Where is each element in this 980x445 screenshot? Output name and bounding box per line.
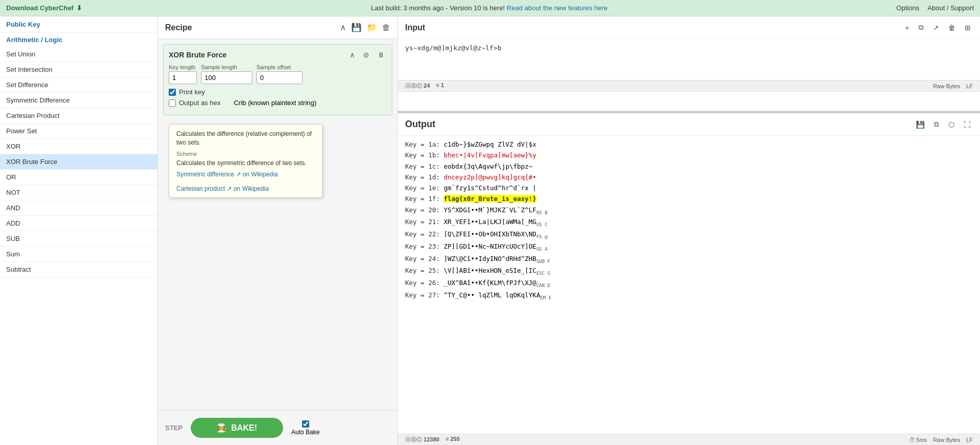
recipe-header: Recipe ∧ 💾 📁 🗑: [158, 16, 397, 39]
output-copy-btn[interactable]: ⧉: [932, 119, 941, 130]
sample-offset-label: Sample offset: [256, 64, 303, 70]
sidebar-item-set-difference[interactable]: Set Difference: [0, 77, 157, 93]
sidebar-item-symmetric-difference[interactable]: Symmetric Difference: [0, 93, 157, 108]
top-bar-left: Download CyberChef ⬇: [6, 4, 82, 12]
print-key-row: Print key: [169, 88, 387, 96]
sidebar-item-xor-brute-force[interactable]: XOR Brute Force: [0, 154, 157, 170]
recipe-collapse-btn[interactable]: ∧: [340, 23, 346, 32]
sidebar-item-not[interactable]: NOT: [0, 185, 157, 200]
sample-length-input[interactable]: [201, 71, 252, 84]
sidebar-item-power-set[interactable]: Power Set: [0, 124, 157, 139]
output-status-right: ⏱ 5ms Raw Bytes LF: [909, 437, 973, 443]
output-raw-bytes-btn[interactable]: Raw Bytes: [933, 437, 961, 443]
output-line: Key = 20: YS^XDGî••M`}MJKZ`VL`Z^LFRS B: [405, 205, 973, 217]
sidebar-item-cartesian-product[interactable]: Cartesian Product: [0, 108, 157, 124]
output-line: Key = 1a: c1db~}$wZGwpq ZlVZ dV|$x: [405, 139, 973, 150]
key-value: ^TY_C@•• lqZlML lqOKqlYKAEM E: [444, 290, 551, 302]
key-subscript: GS A: [536, 246, 548, 251]
input-title: Input: [405, 23, 425, 32]
sidebar-item-set-union[interactable]: Set Union: [0, 47, 157, 62]
output-line: Key = 24: ]WZ\@Cî••IdyINO^dRHd^ZHBSUB F: [405, 253, 973, 266]
sidebar-items: Set UnionSet IntersectionSet DifferenceS…: [0, 47, 157, 277]
input-lf-btn[interactable]: LF: [966, 83, 973, 89]
sidebar-item-sub[interactable]: SUB: [0, 231, 157, 247]
sym-diff-link[interactable]: Symmetric difference ↗ on Wikipedia: [176, 171, 315, 178]
key-label: Key = 23:: [405, 241, 444, 252]
output-hex-checkbox[interactable]: [169, 99, 176, 107]
tooltip-scheme-label: Scheme: [176, 150, 315, 158]
auto-bake-checkbox[interactable]: [302, 420, 309, 428]
sidebar-category-text: Arithmetic / Logic: [6, 36, 63, 44]
input-raw-bytes-btn[interactable]: Raw Bytes: [933, 83, 961, 89]
top-bar: Download CyberChef ⬇ Last build: 3 month…: [0, 0, 980, 16]
key-label: Key = 1b:: [405, 150, 444, 160]
download-label[interactable]: Download CyberChef: [6, 4, 73, 12]
input-content: ys~xdg/m@]mjkz@vl@z~lf>b: [398, 39, 980, 80]
key-label: Key = 26:: [405, 277, 444, 288]
key-value: ZP][GDî••Nc~NIHYcUOcY]OEGS A: [444, 241, 547, 253]
bake-button[interactable]: 🧑‍🍳 BAKE!: [191, 418, 283, 438]
recipe-delete-btn[interactable]: 🗑: [382, 23, 390, 32]
recipe-save-btn[interactable]: 💾: [351, 23, 362, 32]
key-value: _UX^BAî••Kf{KLM\fPJf\XJ@CAN D: [444, 277, 550, 290]
step-label: STEP: [165, 424, 183, 432]
bake-area: STEP 🧑‍🍳 BAKE! Auto Bake: [158, 410, 397, 445]
input-delete-btn[interactable]: 🗑: [946, 22, 957, 33]
key-subscript: CAN D: [536, 283, 550, 288]
sidebar-item-and[interactable]: AND: [0, 200, 157, 216]
key-subscript: SUB F: [536, 258, 550, 264]
output-save-btn[interactable]: 💾: [914, 119, 927, 130]
key-label: Key = 1e:: [405, 183, 444, 193]
input-grid-btn[interactable]: ⊞: [963, 22, 973, 33]
output-status-bar: ⒶⒷⒸ 12380 ≡ 255 ⏱ 5ms Raw Bytes LF: [398, 434, 980, 445]
key-label: Key = 20:: [405, 205, 444, 215]
recipe-folder-btn[interactable]: 📁: [367, 23, 377, 32]
key-value: dnceyz2p]@pwvg]kq]gcq{#•: [444, 172, 536, 183]
recipe-panel: Recipe ∧ 💾 📁 🗑 XOR Brute Force ∧ ⊘ ⏸: [158, 16, 398, 445]
sidebar-category: Arithmetic / Logic: [0, 33, 157, 47]
print-key-checkbox[interactable]: [169, 89, 176, 96]
xor-collapse-btn[interactable]: ∧: [348, 50, 357, 60]
sidebar-item-sum[interactable]: Sum: [0, 247, 157, 262]
output-window-btn[interactable]: ⬡: [946, 119, 956, 130]
output-line: Key = 21: XR_YEFî••La|LKJ[aWMa[_MGUS C: [405, 216, 973, 229]
sidebar-item-set-intersection[interactable]: Set Intersection: [0, 62, 157, 77]
sidebar: Public Key Arithmetic / Logic Set UnionS…: [0, 16, 158, 445]
cartesian-link[interactable]: Cartesian product ↗ on Wikipedia: [176, 185, 269, 192]
sample-offset-input[interactable]: [256, 71, 303, 84]
output-lf-btn[interactable]: LF: [966, 437, 973, 443]
xor-card-icons: ∧ ⊘ ⏸: [348, 50, 387, 60]
input-add-btn[interactable]: +: [903, 22, 911, 33]
input-export-btn[interactable]: ↗: [931, 22, 941, 33]
output-abc-count: ⒶⒷⒸ 12380: [405, 436, 439, 443]
output-expand-btn[interactable]: ⛶: [962, 119, 973, 130]
input-window-btn[interactable]: ⧉: [916, 22, 926, 33]
key-subscript: US C: [536, 222, 548, 227]
xor-disable-btn[interactable]: ⊘: [361, 50, 371, 60]
key-length-input[interactable]: [169, 71, 197, 84]
xor-pause-btn[interactable]: ⏸: [375, 50, 387, 60]
recipe-content: XOR Brute Force ∧ ⊘ ⏸ Key length Sample …: [158, 39, 397, 410]
key-length-group: Key length: [169, 64, 197, 84]
xor-card-header: XOR Brute Force ∧ ⊘ ⏸: [169, 50, 387, 60]
output-status-left: ⒶⒷⒸ 12380 ≡ 255: [405, 436, 460, 443]
key-value: bhec•|4v[Fvqpa[mw[aew}%y: [444, 150, 536, 160]
options-label[interactable]: Options: [896, 4, 919, 12]
key-label: Key = 21:: [405, 216, 444, 227]
sidebar-item-xor[interactable]: XOR: [0, 139, 157, 154]
tooltip-overlay: Calculates the difference (relative comp…: [169, 124, 323, 198]
sidebar-item-or[interactable]: OR: [0, 170, 157, 185]
about-label[interactable]: About / Support: [928, 4, 974, 12]
sidebar-item-add[interactable]: ADD: [0, 216, 157, 231]
key-value: YS^XDGî••M`}MJKZ`VL`Z^LFRS B: [444, 205, 547, 217]
key-value: [Q\ZFEî••Ob•OHIXbTNbX\NDFS @: [444, 229, 547, 241]
input-abc-count: ⒶⒷⒸ 24: [405, 82, 430, 90]
read-more-link[interactable]: Read about the new features here: [507, 4, 608, 12]
bake-icon: 🧑‍🍳: [217, 423, 227, 433]
key-label: Key = 22:: [405, 229, 444, 239]
crib-label: Crib (known plaintext string): [234, 99, 316, 107]
top-bar-right: Options About / Support: [896, 4, 974, 12]
sidebar-item-subtract[interactable]: Subtract: [0, 262, 157, 277]
input-text[interactable]: ys~xdg/m@]mjkz@vl@z~lf>b: [405, 44, 502, 52]
xor-card-title: XOR Brute Force: [169, 51, 227, 59]
